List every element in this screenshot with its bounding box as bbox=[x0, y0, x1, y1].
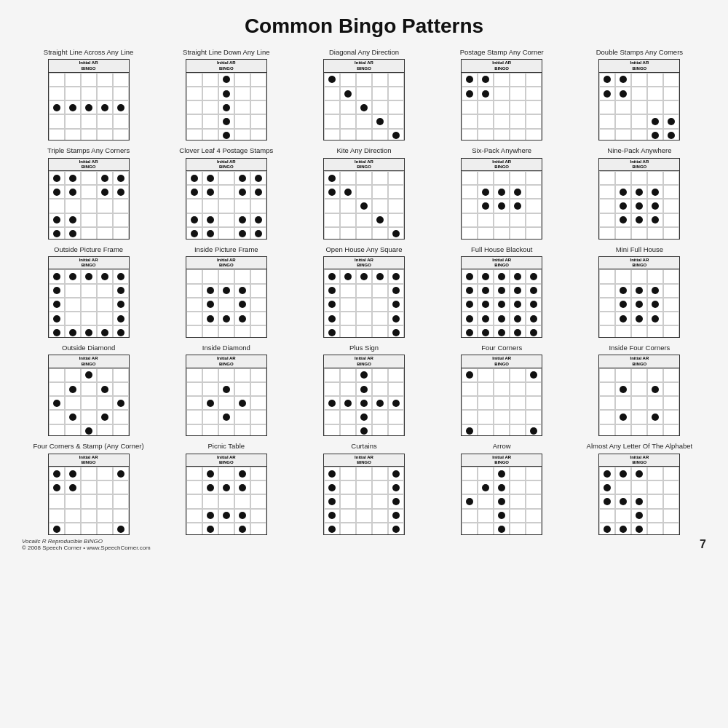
bingo-cell bbox=[615, 480, 631, 494]
bingo-cell bbox=[340, 424, 356, 437]
bingo-cell bbox=[234, 396, 250, 410]
bingo-cell bbox=[462, 424, 478, 437]
bingo-cell bbox=[526, 467, 542, 480]
bingo-cell bbox=[615, 87, 631, 100]
bingo-cell bbox=[356, 269, 372, 283]
bingo-cell bbox=[97, 185, 113, 199]
bingo-cell bbox=[202, 213, 218, 227]
bingo-cell bbox=[462, 467, 478, 480]
bingo-card-header: Initial ARBINGO bbox=[324, 60, 404, 72]
bingo-cell bbox=[372, 480, 388, 494]
bingo-cell bbox=[234, 480, 250, 494]
pattern-cell-triple_stamps: Triple Stamps Any CornersInitial ARBINGO bbox=[22, 146, 155, 239]
bingo-cell bbox=[599, 100, 615, 114]
bingo-cell bbox=[218, 171, 234, 185]
bingo-cell bbox=[526, 424, 542, 437]
bingo-grid bbox=[462, 73, 542, 141]
bingo-cell bbox=[478, 312, 494, 325]
bingo-cell bbox=[113, 424, 129, 437]
bingo-cell bbox=[81, 509, 97, 523]
bingo-grid bbox=[186, 368, 266, 437]
bingo-cell bbox=[462, 396, 478, 410]
bingo-cell bbox=[599, 382, 615, 396]
bingo-cell bbox=[372, 199, 388, 213]
bingo-cell bbox=[356, 382, 372, 396]
bingo-cell bbox=[599, 227, 615, 240]
bingo-grid bbox=[324, 269, 404, 338]
bingo-cell bbox=[324, 227, 340, 240]
bingo-cell bbox=[65, 185, 81, 199]
bingo-cell bbox=[97, 410, 113, 424]
bingo-cell bbox=[234, 171, 250, 185]
bingo-cell bbox=[49, 87, 65, 100]
bingo-grid bbox=[462, 171, 542, 240]
bingo-card-arrow: Initial ARBINGO bbox=[461, 454, 542, 535]
bingo-cell bbox=[372, 213, 388, 227]
bingo-cell bbox=[372, 185, 388, 199]
pattern-label-11: Inside Picture Frame bbox=[194, 245, 258, 254]
bingo-cell bbox=[478, 298, 494, 312]
bingo-cell bbox=[663, 382, 679, 396]
bingo-cell bbox=[478, 213, 494, 227]
bingo-card-outside_diamond: Initial ARBINGO bbox=[48, 355, 130, 436]
bingo-cell bbox=[250, 227, 266, 240]
bingo-cell bbox=[478, 410, 494, 424]
bingo-cell bbox=[65, 100, 81, 114]
bingo-cell bbox=[324, 185, 340, 199]
bingo-card-inside_diamond: Initial ARBINGO bbox=[186, 355, 267, 436]
bingo-cell bbox=[388, 410, 404, 424]
bingo-cell bbox=[388, 129, 404, 141]
bingo-cell bbox=[526, 100, 542, 114]
bingo-cell bbox=[647, 199, 663, 213]
bingo-cell bbox=[663, 424, 679, 437]
bingo-cell bbox=[81, 129, 97, 141]
bingo-cell bbox=[647, 185, 663, 199]
bingo-cell bbox=[186, 368, 202, 382]
bingo-cell bbox=[218, 424, 234, 437]
bingo-cell bbox=[663, 227, 679, 240]
bingo-card-postage_stamp: Initial ARBINGO bbox=[461, 59, 542, 141]
bingo-card-header: Initial ARBINGO bbox=[599, 454, 679, 467]
bingo-cell bbox=[372, 100, 388, 114]
bingo-cell bbox=[324, 410, 340, 424]
bingo-cell bbox=[372, 284, 388, 298]
bingo-cell bbox=[324, 368, 340, 382]
bingo-cell bbox=[234, 227, 250, 240]
bingo-cell bbox=[81, 467, 97, 480]
bingo-cell bbox=[372, 396, 388, 410]
bingo-cell bbox=[478, 114, 494, 128]
bingo-cell bbox=[388, 382, 404, 396]
bingo-cell bbox=[615, 213, 631, 227]
bingo-cell bbox=[494, 284, 510, 298]
bingo-cell bbox=[526, 382, 542, 396]
bingo-cell bbox=[218, 284, 234, 298]
bingo-cell bbox=[202, 494, 218, 508]
bingo-cell bbox=[647, 382, 663, 396]
bingo-cell bbox=[510, 73, 526, 87]
bingo-cell bbox=[324, 396, 340, 410]
bingo-cell bbox=[478, 424, 494, 437]
bingo-cell bbox=[462, 73, 478, 87]
bingo-cell bbox=[186, 494, 202, 508]
bingo-cell bbox=[324, 284, 340, 298]
bingo-cell bbox=[202, 171, 218, 185]
bingo-cell bbox=[324, 325, 340, 338]
bingo-cell bbox=[631, 199, 647, 213]
bingo-cell bbox=[202, 382, 218, 396]
bingo-cell bbox=[186, 269, 202, 283]
bingo-cell bbox=[250, 284, 266, 298]
bingo-cell bbox=[250, 269, 266, 283]
bingo-cell bbox=[218, 73, 234, 87]
bingo-cell bbox=[250, 87, 266, 100]
pattern-label-4: Double Stamps Any Comers bbox=[596, 48, 683, 57]
bingo-card-any_letter: Initial ARBINGO bbox=[598, 454, 680, 535]
bingo-cell bbox=[663, 298, 679, 312]
bingo-cell bbox=[202, 87, 218, 100]
bingo-cell bbox=[81, 199, 97, 213]
bingo-cell bbox=[113, 100, 129, 114]
bingo-cell bbox=[372, 368, 388, 382]
pattern-cell-outside_diamond: Outside DiamondInitial ARBINGO bbox=[22, 344, 155, 436]
bingo-cell bbox=[186, 171, 202, 185]
bingo-card-six_pack: Initial ARBINGO bbox=[461, 158, 542, 240]
bingo-cell bbox=[478, 87, 494, 100]
